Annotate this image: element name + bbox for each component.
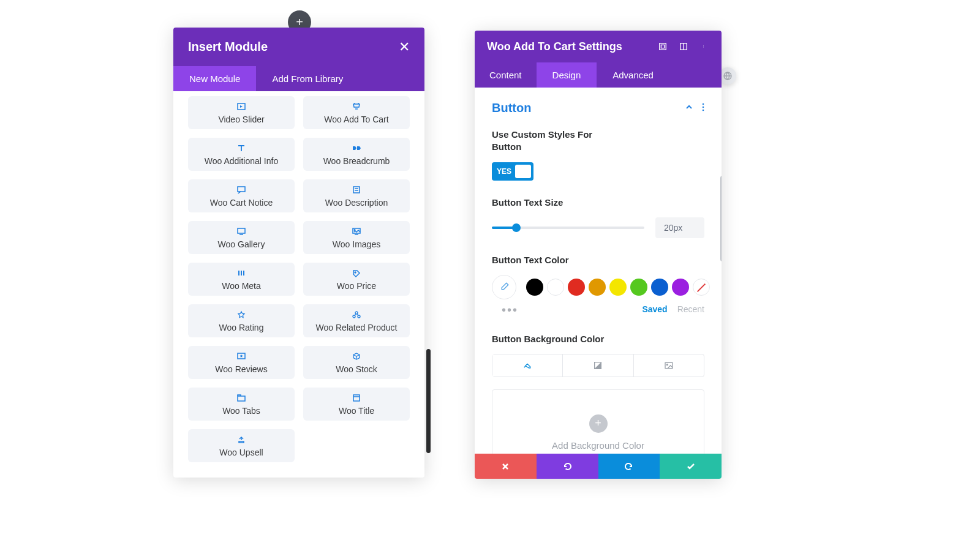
setting-text-size: Button Text Size 20px	[492, 197, 704, 238]
settings-footer	[475, 454, 722, 479]
module-woo-rating[interactable]: Woo Rating	[188, 304, 295, 337]
columns-icon[interactable]	[679, 42, 688, 51]
settings-tabs: Content Design Advanced	[475, 62, 722, 88]
section-title[interactable]: Button	[492, 101, 531, 115]
bg-tab-color[interactable]	[492, 354, 563, 377]
section-head: Button	[492, 101, 704, 115]
setting-bg-color: Button Background Color + Add Background…	[492, 333, 704, 454]
undo-button[interactable]	[537, 454, 598, 479]
message-icon	[236, 184, 246, 195]
tab-new-module[interactable]: New Module	[173, 66, 256, 91]
swatch-orange[interactable]	[589, 279, 606, 296]
insert-module-panel: Insert Module ✕ New Module Add From Libr…	[173, 28, 424, 478]
svg-point-9	[355, 272, 356, 273]
module-woo-breadcrumb[interactable]: Woo Breadcrumb	[303, 138, 410, 171]
palette-saved[interactable]: Saved	[642, 304, 667, 314]
bg-type-tabs	[492, 354, 704, 377]
images-icon	[352, 226, 361, 237]
module-woo-stock[interactable]: Woo Stock	[303, 346, 410, 379]
close-icon[interactable]: ✕	[399, 40, 410, 54]
chevron-up-icon[interactable]	[685, 103, 693, 114]
module-woo-cart-notice[interactable]: Woo Cart Notice	[188, 179, 295, 212]
module-woo-tabs[interactable]: Woo Tabs	[188, 388, 295, 421]
price-icon	[352, 268, 361, 279]
rating-icon	[236, 309, 246, 320]
bg-tab-image[interactable]	[634, 354, 704, 377]
svg-point-5	[354, 230, 355, 231]
module-video-slider[interactable]: Video Slider	[188, 96, 295, 129]
module-woo-additional-info[interactable]: Woo Additional Info	[188, 138, 295, 171]
description-icon	[352, 184, 361, 195]
module-woo-title[interactable]: Woo Title	[303, 388, 410, 421]
cart-icon	[352, 101, 361, 112]
svg-point-26	[666, 364, 668, 365]
setting-custom-styles: Use Custom Styles For Button YES	[492, 129, 704, 181]
bg-tab-gradient[interactable]	[563, 354, 633, 377]
swatch-none[interactable]	[693, 279, 710, 296]
module-woo-meta[interactable]: Woo Meta	[188, 263, 295, 296]
stock-icon	[352, 351, 361, 362]
text-size-slider[interactable]	[492, 227, 644, 229]
palette-recent[interactable]: Recent	[677, 304, 704, 314]
svg-rect-1	[238, 187, 245, 192]
module-woo-description[interactable]: Woo Description	[303, 179, 410, 212]
insert-module-title: Insert Module	[188, 40, 268, 54]
tab-design[interactable]: Design	[537, 62, 597, 88]
svg-rect-17	[661, 45, 664, 48]
svg-point-22	[703, 103, 704, 105]
cancel-button[interactable]	[475, 454, 537, 479]
confirm-button[interactable]	[660, 454, 722, 479]
expand-icon[interactable]	[658, 42, 668, 51]
module-woo-price[interactable]: Woo Price	[303, 263, 410, 296]
tab-content[interactable]: Content	[475, 62, 537, 88]
custom-styles-toggle[interactable]: YES	[492, 162, 533, 181]
swatch-black[interactable]	[526, 279, 543, 296]
text-size-value[interactable]: 20px	[655, 217, 704, 238]
module-woo-add-to-cart[interactable]: Woo Add To Cart	[303, 96, 410, 129]
upsell-icon	[236, 434, 246, 445]
settings-title: Woo Add To Cart Settings	[487, 40, 622, 53]
more-icon[interactable]	[699, 42, 709, 51]
module-woo-related-product[interactable]: Woo Related Product	[303, 304, 410, 337]
svg-rect-7	[241, 271, 242, 276]
svg-rect-16	[660, 43, 666, 50]
title-icon	[352, 392, 361, 403]
tab-advanced[interactable]: Advanced	[597, 62, 669, 88]
video-slider-icon	[236, 101, 246, 112]
scrollbar[interactable]	[426, 349, 431, 453]
swatch-white[interactable]	[547, 279, 564, 296]
svg-rect-2	[353, 187, 360, 193]
settings-scrollbar[interactable]	[720, 176, 722, 261]
svg-rect-3	[238, 228, 245, 233]
swatch-blue[interactable]	[651, 279, 668, 296]
insert-module-header: Insert Module ✕	[173, 28, 424, 66]
module-woo-upsell[interactable]: Woo Upsell	[188, 429, 295, 462]
swatch-yellow[interactable]	[609, 279, 627, 296]
module-woo-reviews[interactable]: Woo Reviews	[188, 346, 295, 379]
svg-point-21	[703, 47, 704, 48]
svg-rect-6	[238, 271, 239, 276]
svg-point-23	[703, 106, 704, 108]
module-woo-gallery[interactable]: Woo Gallery	[188, 221, 295, 254]
tab-add-from-library[interactable]: Add From Library	[256, 66, 359, 91]
color-picker-button[interactable]	[492, 275, 516, 299]
slider-thumb[interactable]	[512, 223, 521, 232]
svg-point-24	[703, 109, 704, 111]
reviews-icon	[236, 351, 246, 362]
swatch-green[interactable]	[630, 279, 647, 296]
settings-panel: Woo Add To Cart Settings Content Design …	[475, 31, 722, 479]
settings-header: Woo Add To Cart Settings	[475, 31, 722, 62]
meta-icon	[236, 268, 246, 279]
add-bg-color-button[interactable]: +	[589, 414, 608, 433]
bg-color-picker-area[interactable]: + Add Background Color	[492, 389, 704, 454]
section-more-icon[interactable]	[702, 103, 704, 114]
swatch-purple[interactable]	[672, 279, 689, 296]
settings-body: Button Use Custom Styles For Button YES …	[475, 88, 722, 454]
swatch-more-icon[interactable]: •••	[502, 303, 518, 317]
redo-button[interactable]	[598, 454, 660, 479]
toggle-knob	[515, 165, 531, 178]
globe-icon[interactable]	[719, 67, 736, 84]
module-list: Video Slider Woo Add To Cart Woo Additio…	[173, 91, 424, 478]
module-woo-images[interactable]: Woo Images	[303, 221, 410, 254]
swatch-red[interactable]	[568, 279, 585, 296]
